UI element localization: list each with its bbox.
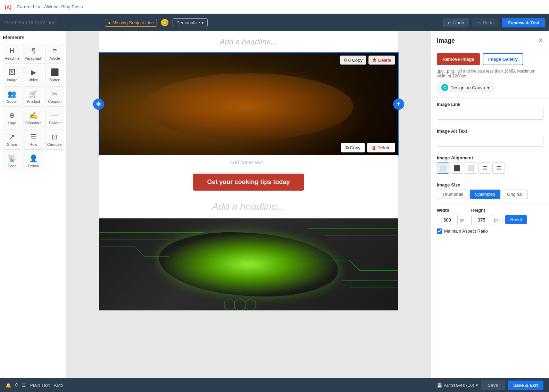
food-image	[99, 53, 398, 155]
align-full-left-button[interactable]: ☰	[479, 162, 491, 174]
original-button[interactable]: Original	[502, 190, 528, 199]
align-center-button[interactable]: ⬛	[451, 162, 463, 174]
undo-button[interactable]: ↩ Undo	[443, 18, 469, 27]
cta-button[interactable]: Get your cooking tips today	[193, 174, 303, 191]
canva-chevron-icon: ▾	[487, 85, 490, 90]
image-copy-btn[interactable]: ⧉ 0 Copy	[340, 56, 366, 65]
delete-label: Delete	[377, 145, 391, 150]
sidebar-item-follow[interactable]: 👤 Follow	[23, 151, 44, 171]
logo-icon: ⊕	[9, 111, 15, 119]
reset-dimensions-button[interactable]: Reset	[505, 215, 527, 224]
optimized-button[interactable]: Optimized	[470, 190, 501, 199]
redo-button[interactable]: ↪ Redo	[472, 18, 498, 27]
aspect-ratio-row: Maintain Aspect Ratio	[437, 228, 543, 234]
trash-icon: 🗑	[372, 145, 376, 150]
missing-subject-badge: ● Missing Subject Line	[105, 19, 157, 27]
headline-block-top: Add a headline...	[99, 31, 398, 53]
preview-test-button[interactable]: Preview & Test	[502, 18, 545, 27]
subject-input[interactable]	[4, 20, 101, 25]
thumbnail-button[interactable]: Thumbnail	[437, 190, 468, 199]
sidebar-item-share[interactable]: ↗ Share	[3, 130, 21, 150]
article-icon: ≡	[53, 47, 57, 55]
image-delete-btn[interactable]: 🗑 Delete	[368, 56, 395, 65]
svg-marker-9	[235, 299, 245, 310]
image-link-input[interactable]	[437, 109, 543, 120]
sidebar-item-button[interactable]: ⬛ Button	[45, 65, 64, 85]
personalize-button[interactable]: Personalize ▾	[173, 18, 208, 27]
missing-dot: ●	[108, 20, 111, 25]
cta-button-block: Get your cooking tips today	[99, 169, 398, 195]
panel-title: Image	[437, 37, 455, 44]
sidebar-item-row[interactable]: ☰ Row	[23, 130, 44, 150]
save-exit-button[interactable]: Save & Exit	[508, 381, 543, 390]
paragraph-icon: ¶	[32, 47, 35, 55]
add-text-text[interactable]: Add some text...	[99, 155, 398, 169]
current-list[interactable]: Current List: -AWeber Blog Posts	[17, 4, 83, 9]
emoji-button[interactable]: 😊	[160, 18, 169, 27]
height-input[interactable]	[471, 215, 492, 225]
add-block-icon[interactable]: +	[393, 99, 404, 110]
sidebar-item-product[interactable]: 🛒 Product	[23, 86, 44, 107]
divider-icon: —	[51, 111, 58, 119]
sidebar-item-headline[interactable]: H Headline	[3, 44, 21, 64]
remove-image-button[interactable]: Remove Image	[437, 53, 480, 65]
text-block[interactable]: Add some text...	[99, 155, 398, 169]
align-left-button[interactable]: ⬜	[437, 162, 449, 174]
bottombar-right: 💾 Autosaves (10) ▾ Save Save & Exit	[437, 381, 543, 390]
redo-icon: ↪	[477, 20, 481, 25]
sidebar-item-paragraph[interactable]: ¶ Paragraph	[23, 44, 44, 64]
elements-sidebar: Elements H Headline ¶ Paragraph ≡ Articl…	[0, 31, 66, 378]
aweber-logo-icon: (A)	[3, 1, 15, 12]
move-handle[interactable]: ✥	[93, 99, 104, 110]
sidebar-item-logo[interactable]: ⊕ Logo	[3, 108, 21, 128]
svg-text:(A): (A)	[5, 5, 11, 10]
image-note: .jpg, .png, .gif and file size less than…	[437, 69, 543, 78]
align-full-right-button[interactable]: ☰	[492, 162, 505, 174]
headline-block-2: Add a headline...	[99, 195, 398, 218]
sidebar-item-signature[interactable]: ✍ Signature	[23, 108, 44, 128]
sidebar-item-carousel[interactable]: ⊡ Carousel	[45, 130, 64, 150]
autosaves-button[interactable]: 💾 Autosaves (10) ▾	[437, 383, 478, 388]
copy-button[interactable]: ⧉ Copy	[341, 143, 365, 152]
sidebar-item-social[interactable]: 👥 Social	[3, 86, 21, 107]
image-action-buttons: Remove Image Image Gallery	[437, 53, 543, 65]
sidebar-item-feed[interactable]: 📡 Feed	[3, 151, 21, 171]
trash-icon2: 🗑	[372, 58, 377, 63]
product-icon: 🛒	[29, 90, 38, 98]
align-right-button[interactable]: ⬜	[465, 162, 477, 174]
feed-icon: 📡	[8, 154, 16, 162]
auto-label[interactable]: Auto	[54, 383, 63, 388]
sidebar-item-video[interactable]: ▶ Video	[23, 65, 44, 85]
canva-design-button[interactable]: C Design on Canva ▾	[437, 82, 494, 93]
image-link-section: Image Link	[431, 98, 549, 124]
sidebar-item-image[interactable]: 🖼 Image	[3, 65, 21, 85]
eye-image-block[interactable]	[99, 218, 398, 310]
notification-icon[interactable]: 🔔	[6, 383, 11, 388]
sidebar-item-divider[interactable]: — Divider	[45, 108, 64, 128]
save-button[interactable]: Save	[481, 381, 505, 390]
follow-icon: 👤	[29, 154, 38, 162]
share-icon: ↗	[9, 133, 15, 141]
aspect-ratio-label: Maintain Aspect Ratio	[437, 228, 488, 234]
food-image-block[interactable]: ✥ + ⧉ Copy 🗑 Delete ⧉	[99, 53, 398, 155]
list-icon[interactable]: ☰	[22, 383, 26, 388]
image-icon: 🖼	[9, 68, 16, 76]
image-alignment-section: Image Alignment ⬜ ⬛ ⬜ ☰ ☰	[431, 151, 549, 178]
sidebar-item-coupon[interactable]: ✂ Coupon	[45, 86, 64, 107]
height-field: Height px	[471, 208, 499, 225]
headline-top-text[interactable]: Add a headline...	[99, 31, 398, 53]
svg-marker-10	[245, 299, 256, 310]
plain-text-label: Plain Text	[30, 383, 50, 388]
sidebar-item-article[interactable]: ≡ Article	[45, 44, 64, 64]
headline-2-text[interactable]: Add a headline...	[99, 195, 398, 218]
image-gallery-button[interactable]: Image Gallery	[483, 53, 523, 65]
image-actions-section: Remove Image Image Gallery .jpg, .png, .…	[431, 49, 549, 98]
delete-button[interactable]: 🗑 Delete	[367, 143, 395, 152]
image-block-actions: ⧉ Copy 🗑 Delete	[341, 143, 395, 152]
image-alt-input[interactable]	[437, 136, 543, 147]
panel-close-button[interactable]: ✕	[538, 37, 543, 44]
image-size-section: Image Size Thumbnail Optimized Original	[431, 178, 549, 203]
aspect-ratio-checkbox[interactable]	[437, 228, 442, 234]
row-icon: ☰	[30, 133, 36, 141]
width-input[interactable]	[437, 215, 458, 225]
